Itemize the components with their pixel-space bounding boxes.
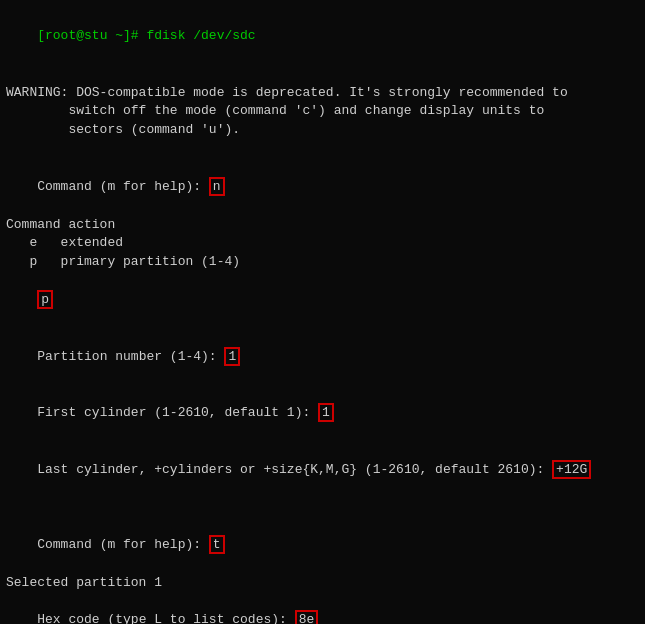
input-p: p [37,290,53,309]
first-cyl-input: 1 [318,403,334,422]
input-p-line: p [6,272,639,329]
warning-line2: switch off the mode (command 'c') and ch… [6,102,639,121]
prompt-line: [root@stu ~]# fdisk /dev/sdc [6,8,639,65]
warning-line3: sectors (command 'u'). [6,121,639,140]
partition-input: 1 [224,347,240,366]
selected-partition-line: Selected partition 1 [6,574,639,593]
cmd1-line: Command (m for help): n [6,159,639,216]
last-cyl-input: +12G [552,460,591,479]
last-cyl-line: Last cylinder, +cylinders or +size{K,M,G… [6,442,639,499]
action-p-line: p primary partition (1-4) [6,253,639,272]
cmd1-input: n [209,177,225,196]
first-cyl-line: First cylinder (1-2610, default 1): 1 [6,385,639,442]
prompt: [root@stu ~]# fdisk /dev/sdc [37,28,255,43]
cmd2-input: t [209,535,225,554]
cmd-action-line: Command action [6,216,639,235]
terminal: [root@stu ~]# fdisk /dev/sdc WARNING: DO… [6,8,639,624]
partition-number-line: Partition number (1-4): 1 [6,329,639,386]
action-e-line: e extended [6,234,639,253]
hex-line: Hex code (type L to list codes): 8e [6,593,639,624]
hex-input: 8e [295,610,319,624]
warning-line1: WARNING: DOS-compatible mode is deprecat… [6,84,639,103]
cmd2-line: Command (m for help): t [6,517,639,574]
